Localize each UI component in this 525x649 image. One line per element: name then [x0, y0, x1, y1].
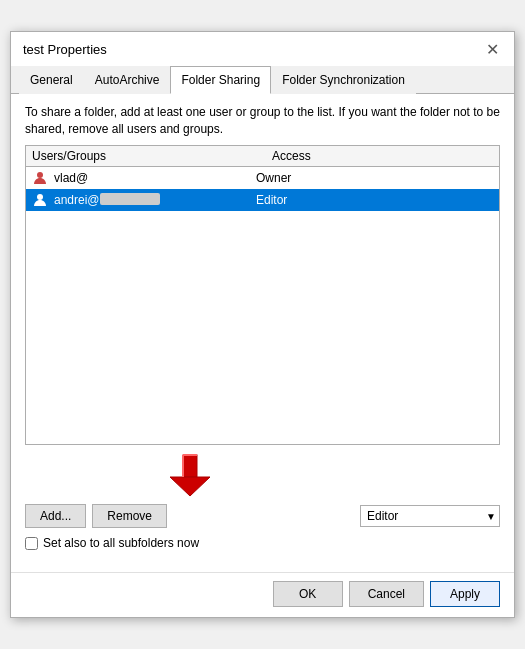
- footer: OK Cancel Apply: [11, 572, 514, 617]
- row-username: vlad@: [54, 171, 88, 185]
- access-dropdown-container: Owner Editor Reviewer Author ▼: [360, 505, 500, 527]
- add-button[interactable]: Add...: [25, 504, 86, 528]
- row-user-cell: vlad@: [32, 170, 256, 186]
- row-access-cell: Editor: [256, 193, 493, 207]
- table-row[interactable]: vlad@ Owner: [26, 167, 499, 189]
- svg-marker-3: [170, 477, 210, 496]
- user-icon: [32, 192, 48, 208]
- list-header: Users/Groups Access: [26, 146, 499, 167]
- subfolders-checkbox-row: Set also to all subfolders now: [25, 536, 500, 550]
- dialog-title: test Properties: [23, 42, 107, 57]
- svg-point-0: [37, 172, 43, 178]
- tab-autoarchive[interactable]: AutoArchive: [84, 66, 171, 94]
- action-buttons-row: Add... Remove Owner Editor Reviewer Auth…: [25, 504, 500, 528]
- subfolders-label[interactable]: Set also to all subfolders now: [43, 536, 199, 550]
- description-text: To share a folder, add at least one user…: [25, 104, 500, 138]
- dialog: test Properties ✕ General AutoArchive Fo…: [10, 31, 515, 619]
- svg-point-1: [37, 194, 43, 200]
- cancel-button[interactable]: Cancel: [349, 581, 424, 607]
- down-arrow-icon: [165, 453, 215, 498]
- tabs-container: General AutoArchive Folder Sharing Folde…: [11, 66, 514, 94]
- svg-rect-2: [183, 455, 197, 477]
- tab-folder-sync[interactable]: Folder Synchronization: [271, 66, 416, 94]
- users-list-container: Users/Groups Access vlad@ Owner: [25, 145, 500, 445]
- tab-folder-sharing[interactable]: Folder Sharing: [170, 66, 271, 94]
- column-header-access: Access: [272, 149, 493, 163]
- tab-general[interactable]: General: [19, 66, 84, 94]
- remove-button[interactable]: Remove: [92, 504, 167, 528]
- table-row[interactable]: andrei@ Editor: [26, 189, 499, 211]
- row-access-cell: Owner: [256, 171, 493, 185]
- column-header-user: Users/Groups: [32, 149, 272, 163]
- row-username: andrei@: [54, 193, 160, 207]
- subfolders-checkbox[interactable]: [25, 537, 38, 550]
- user-icon: [32, 170, 48, 186]
- access-dropdown-wrapper: Owner Editor Reviewer Author ▼: [360, 505, 500, 527]
- row-user-cell: andrei@: [32, 192, 256, 208]
- content-area: To share a folder, add at least one user…: [11, 94, 514, 573]
- arrow-indicator: [25, 453, 500, 498]
- ok-button[interactable]: OK: [273, 581, 343, 607]
- apply-button[interactable]: Apply: [430, 581, 500, 607]
- title-bar: test Properties ✕: [11, 32, 514, 66]
- access-dropdown[interactable]: Owner Editor Reviewer Author: [360, 505, 500, 527]
- close-button[interactable]: ✕: [482, 40, 502, 60]
